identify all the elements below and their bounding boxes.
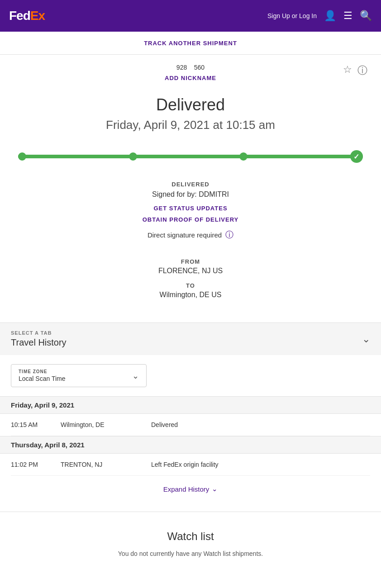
progress-dots: ✓ [18,150,363,163]
travel-history: TIME ZONE Local Scan Time ⌄ Friday, Apri… [0,364,381,503]
signed-for-text: Signed for by: DDMITRI [9,190,372,199]
menu-icon[interactable]: ☰ [343,10,352,22]
history-status-1: Delivered [151,421,178,428]
watchlist-title: Watch list [9,530,372,543]
track-another-link[interactable]: TRACK ANOTHER SHIPMENT [144,40,237,47]
tab-selector-content: SELECT A TAB Travel History [11,330,67,348]
status-date: Friday, April 9, 2021 at 10:15 am [9,118,372,132]
timezone-content: TIME ZONE Local Scan Time [19,369,66,382]
signature-note-text: Direct signature required [148,231,222,239]
to-value: Wilmington, DE US [9,291,372,299]
proof-of-delivery-link[interactable]: OBTAIN PROOF OF DELIVERY [9,216,372,223]
tracking-number: 928 560 [9,64,372,71]
from-value: FLORENCE, NJ US [9,267,372,275]
history-status-2: Left FedEx origin facility [151,461,219,468]
delivered-label: DELIVERED [9,181,372,188]
history-location-1: Wilmington, DE [61,421,142,428]
expand-chevron: ⌄ [212,485,218,493]
history-date-1: Friday, April 9, 2021 [0,396,381,414]
tab-selector-label: SELECT A TAB [11,330,67,336]
timezone-label: TIME ZONE [19,369,66,374]
status-section: Delivered Friday, April 9, 2021 at 10:15… [0,86,381,137]
watchlist-section: Watch list You do not currently have any… [0,512,381,566]
history-location-2: TRENTON, NJ [61,461,142,468]
track-another-bar: TRACK ANOTHER SHIPMENT [0,32,381,55]
add-nickname-link[interactable]: ADD NICKNAME [165,75,216,81]
tab-selector-value: Travel History [11,337,67,348]
history-time-1: 10:15 AM [11,421,52,428]
progress-dot-2 [129,152,137,161]
watchlist-empty-message: You do not currently have any Watch list… [9,550,372,557]
timezone-selector[interactable]: TIME ZONE Local Scan Time ⌄ [11,364,147,387]
signature-note: Direct signature required ⓘ [9,229,372,240]
tracking-number-part2: 560 [194,64,205,71]
header-right: Sign Up or Log In 👤 ☰ 🔍 [267,10,372,22]
user-icon[interactable]: 👤 [324,10,336,22]
progress-bar-section: ✓ [0,137,381,176]
timezone-value: Local Scan Time [19,375,66,382]
status-title: Delivered [9,95,372,114]
sign-in-text[interactable]: Sign Up or Log In [267,12,317,19]
tracking-number-part1: 928 [176,64,187,71]
logo-text: FedEx [9,9,45,23]
star-icon[interactable]: ☆ [343,64,352,77]
from-to-section: FROM FLORENCE, NJ US TO Wilmington, DE U… [0,251,381,313]
get-status-link[interactable]: GET STATUS UPDATES [9,205,372,212]
signature-help-icon[interactable]: ⓘ [225,229,233,240]
history-time-2: 11:02 PM [11,461,52,468]
timezone-chevron: ⌄ [132,371,139,381]
progress-dot-check: ✓ [350,150,363,163]
to-label: TO [9,282,372,289]
tab-selector[interactable]: SELECT A TAB Travel History ⌄ [0,322,381,355]
history-entry-1: 10:15 AM Wilmington, DE Delivered [11,414,370,436]
tracking-actions: ☆ ⓘ [343,64,367,77]
tracking-area: 928 560 ADD NICKNAME ☆ ⓘ [0,55,381,86]
delivery-info: DELIVERED Signed for by: DDMITRI GET STA… [0,176,381,251]
history-date-2: Thursday, April 8, 2021 [0,436,381,454]
history-entry-2: 11:02 PM TRENTON, NJ Left FedEx origin f… [11,454,370,476]
tab-selector-chevron: ⌄ [362,333,370,345]
progress-track: ✓ [18,155,363,158]
help-circle-icon[interactable]: ⓘ [357,64,367,77]
progress-dot-1 [18,152,26,161]
expand-history: Expand History ⌄ [11,476,370,503]
expand-history-link[interactable]: Expand History ⌄ [163,485,218,493]
header: FedEx Sign Up or Log In 👤 ☰ 🔍 [0,0,381,32]
search-icon[interactable]: 🔍 [360,10,372,22]
from-label: FROM [9,258,372,265]
progress-dot-3 [239,152,248,161]
fedex-logo: FedEx [9,9,45,23]
